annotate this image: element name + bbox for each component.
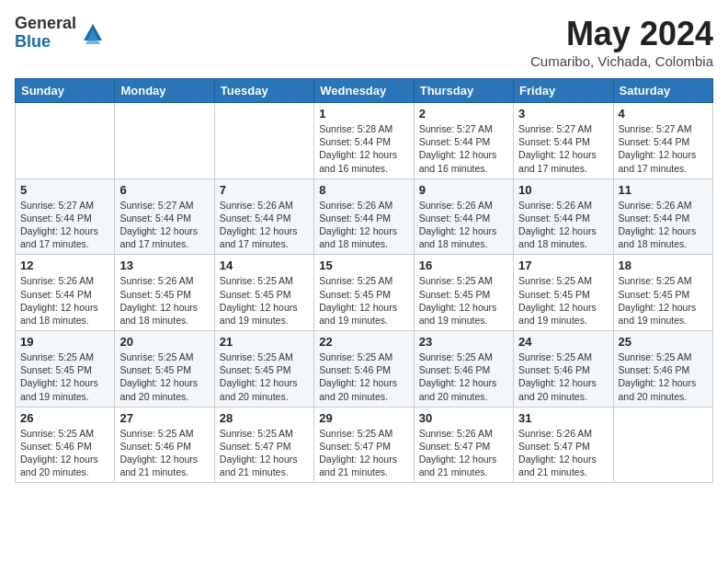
- calendar-cell: [115, 103, 214, 179]
- day-number: 6: [119, 183, 209, 197]
- day-info: Sunrise: 5:28 AMSunset: 5:44 PMDaylight:…: [319, 122, 408, 175]
- calendar-cell: 7Sunrise: 5:26 AMSunset: 5:44 PMDaylight…: [214, 178, 313, 255]
- logo: General Blue: [15, 15, 106, 52]
- weekday-header-monday: Monday: [115, 79, 214, 103]
- day-number: 3: [518, 107, 608, 121]
- calendar-week-1: 1Sunrise: 5:28 AMSunset: 5:44 PMDaylight…: [16, 103, 713, 179]
- day-number: 13: [119, 259, 209, 272]
- day-info: Sunrise: 5:25 AMSunset: 5:46 PMDaylight:…: [518, 350, 608, 403]
- calendar-cell: 11Sunrise: 5:26 AMSunset: 5:44 PMDayligh…: [613, 178, 712, 255]
- calendar-cell: 25Sunrise: 5:25 AMSunset: 5:46 PMDayligh…: [613, 331, 712, 408]
- calendar-week-3: 12Sunrise: 5:26 AMSunset: 5:44 PMDayligh…: [16, 255, 713, 331]
- title-block: May 2024 Cumaribo, Vichada, Colombia: [530, 15, 713, 69]
- day-info: Sunrise: 5:26 AMSunset: 5:44 PMDaylight:…: [419, 199, 508, 251]
- calendar-cell: 1Sunrise: 5:28 AMSunset: 5:44 PMDaylight…: [314, 103, 414, 179]
- day-info: Sunrise: 5:25 AMSunset: 5:46 PMDaylight:…: [20, 427, 109, 479]
- day-number: 17: [518, 259, 608, 272]
- calendar-cell: 4Sunrise: 5:27 AMSunset: 5:44 PMDaylight…: [613, 103, 712, 179]
- calendar-cell: 12Sunrise: 5:26 AMSunset: 5:44 PMDayligh…: [16, 255, 115, 331]
- day-info: Sunrise: 5:25 AMSunset: 5:45 PMDaylight:…: [319, 274, 408, 327]
- day-info: Sunrise: 5:27 AMSunset: 5:44 PMDaylight:…: [518, 122, 608, 175]
- day-info: Sunrise: 5:26 AMSunset: 5:44 PMDaylight:…: [518, 199, 608, 251]
- calendar-cell: 29Sunrise: 5:25 AMSunset: 5:47 PMDayligh…: [314, 407, 414, 483]
- day-number: 25: [619, 335, 708, 349]
- calendar-cell: 17Sunrise: 5:25 AMSunset: 5:45 PMDayligh…: [514, 255, 613, 331]
- day-info: Sunrise: 5:25 AMSunset: 5:47 PMDaylight:…: [319, 427, 408, 479]
- calendar-cell: 26Sunrise: 5:25 AMSunset: 5:46 PMDayligh…: [16, 407, 115, 483]
- day-number: 8: [319, 183, 408, 197]
- calendar-cell: 15Sunrise: 5:25 AMSunset: 5:45 PMDayligh…: [314, 255, 414, 331]
- calendar-cell: [16, 103, 115, 179]
- day-info: Sunrise: 5:26 AMSunset: 5:44 PMDaylight:…: [619, 199, 708, 251]
- day-number: 31: [518, 411, 608, 425]
- calendar-cell: 2Sunrise: 5:27 AMSunset: 5:44 PMDaylight…: [414, 103, 513, 179]
- day-number: 24: [518, 335, 608, 349]
- day-info: Sunrise: 5:25 AMSunset: 5:46 PMDaylight:…: [619, 350, 708, 403]
- calendar-cell: 30Sunrise: 5:26 AMSunset: 5:47 PMDayligh…: [414, 407, 513, 483]
- day-info: Sunrise: 5:25 AMSunset: 5:45 PMDaylight:…: [419, 274, 508, 327]
- calendar-cell: 23Sunrise: 5:25 AMSunset: 5:46 PMDayligh…: [414, 331, 513, 408]
- calendar-header: SundayMondayTuesdayWednesdayThursdayFrid…: [16, 79, 713, 103]
- calendar-cell: [214, 103, 313, 179]
- day-info: Sunrise: 5:25 AMSunset: 5:45 PMDaylight:…: [220, 350, 309, 403]
- day-number: 18: [619, 259, 708, 272]
- calendar-cell: 18Sunrise: 5:25 AMSunset: 5:45 PMDayligh…: [613, 255, 712, 331]
- weekday-header-sunday: Sunday: [16, 79, 115, 103]
- day-number: 28: [220, 411, 309, 425]
- day-number: 29: [319, 411, 408, 425]
- day-number: 26: [20, 411, 109, 425]
- calendar-cell: 6Sunrise: 5:27 AMSunset: 5:44 PMDaylight…: [115, 178, 214, 255]
- day-info: Sunrise: 5:27 AMSunset: 5:44 PMDaylight:…: [119, 199, 209, 251]
- logo-general: General: [15, 15, 76, 33]
- calendar-cell: 8Sunrise: 5:26 AMSunset: 5:44 PMDaylight…: [314, 178, 414, 255]
- day-info: Sunrise: 5:26 AMSunset: 5:44 PMDaylight:…: [220, 199, 309, 251]
- day-number: 19: [20, 335, 109, 349]
- month-title: May 2024: [530, 15, 713, 53]
- logo-blue: Blue: [15, 33, 76, 52]
- day-number: 22: [319, 335, 408, 349]
- day-number: 4: [619, 107, 708, 121]
- calendar-cell: [613, 407, 712, 483]
- day-info: Sunrise: 5:25 AMSunset: 5:46 PMDaylight:…: [419, 350, 508, 403]
- day-info: Sunrise: 5:25 AMSunset: 5:45 PMDaylight:…: [119, 350, 209, 403]
- calendar-cell: 13Sunrise: 5:26 AMSunset: 5:45 PMDayligh…: [115, 255, 214, 331]
- calendar-cell: 19Sunrise: 5:25 AMSunset: 5:45 PMDayligh…: [16, 331, 115, 408]
- calendar-week-2: 5Sunrise: 5:27 AMSunset: 5:44 PMDaylight…: [16, 178, 713, 255]
- day-info: Sunrise: 5:25 AMSunset: 5:46 PMDaylight:…: [119, 427, 209, 479]
- calendar-cell: 14Sunrise: 5:25 AMSunset: 5:45 PMDayligh…: [214, 255, 313, 331]
- day-number: 27: [119, 411, 209, 425]
- day-number: 5: [20, 183, 109, 197]
- day-info: Sunrise: 5:26 AMSunset: 5:44 PMDaylight:…: [319, 199, 408, 251]
- calendar-cell: 22Sunrise: 5:25 AMSunset: 5:46 PMDayligh…: [314, 331, 414, 408]
- weekday-header-wednesday: Wednesday: [314, 79, 414, 103]
- calendar-cell: 24Sunrise: 5:25 AMSunset: 5:46 PMDayligh…: [514, 331, 613, 408]
- day-number: 14: [220, 259, 309, 272]
- day-number: 20: [119, 335, 209, 349]
- calendar-cell: 3Sunrise: 5:27 AMSunset: 5:44 PMDaylight…: [514, 103, 613, 179]
- weekday-header-thursday: Thursday: [414, 79, 513, 103]
- day-number: 15: [319, 259, 408, 272]
- page-header: General Blue May 2024 Cumaribo, Vichada,…: [15, 15, 713, 69]
- day-number: 11: [619, 183, 708, 197]
- day-info: Sunrise: 5:25 AMSunset: 5:45 PMDaylight:…: [518, 274, 608, 327]
- calendar-week-5: 26Sunrise: 5:25 AMSunset: 5:46 PMDayligh…: [16, 407, 713, 483]
- day-info: Sunrise: 5:27 AMSunset: 5:44 PMDaylight:…: [20, 199, 109, 251]
- calendar-cell: 10Sunrise: 5:26 AMSunset: 5:44 PMDayligh…: [514, 178, 613, 255]
- weekday-header-tuesday: Tuesday: [214, 79, 313, 103]
- day-info: Sunrise: 5:25 AMSunset: 5:47 PMDaylight:…: [220, 427, 309, 479]
- calendar-cell: 28Sunrise: 5:25 AMSunset: 5:47 PMDayligh…: [214, 407, 313, 483]
- calendar-cell: 31Sunrise: 5:26 AMSunset: 5:47 PMDayligh…: [514, 407, 613, 483]
- day-number: 2: [419, 107, 508, 121]
- day-info: Sunrise: 5:26 AMSunset: 5:47 PMDaylight:…: [419, 427, 508, 479]
- calendar-week-4: 19Sunrise: 5:25 AMSunset: 5:45 PMDayligh…: [16, 331, 713, 408]
- day-number: 16: [419, 259, 508, 272]
- day-info: Sunrise: 5:25 AMSunset: 5:46 PMDaylight:…: [319, 350, 408, 403]
- day-info: Sunrise: 5:25 AMSunset: 5:45 PMDaylight:…: [619, 274, 708, 327]
- day-info: Sunrise: 5:27 AMSunset: 5:44 PMDaylight:…: [619, 122, 708, 175]
- day-number: 23: [419, 335, 508, 349]
- day-number: 30: [419, 411, 508, 425]
- calendar-cell: 9Sunrise: 5:26 AMSunset: 5:44 PMDaylight…: [414, 178, 513, 255]
- day-info: Sunrise: 5:25 AMSunset: 5:45 PMDaylight:…: [20, 350, 109, 403]
- day-number: 1: [319, 107, 408, 121]
- day-number: 10: [518, 183, 608, 197]
